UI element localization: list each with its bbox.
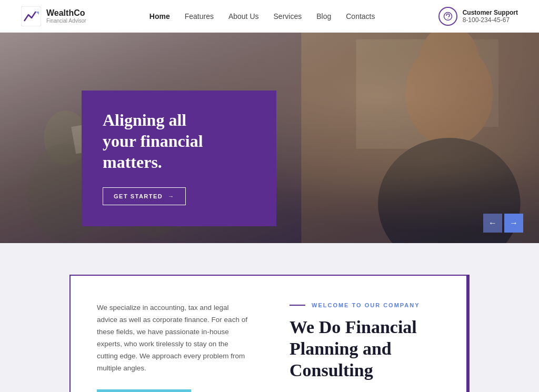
section-heading: We Do Financial Planning and Consulting — [290, 317, 440, 381]
logo-area: WealthCo Financial Advisor — [21, 6, 86, 26]
more-about-us-button[interactable]: MORE ABOUT US → — [97, 389, 191, 392]
company-name: WealthCo — [46, 8, 86, 18]
welcome-text: WELCOME TO OUR COMPANY — [312, 302, 420, 308]
main-nav: Home Features About Us Services Blog Con… — [149, 12, 375, 21]
svg-rect-0 — [21, 6, 41, 26]
below-hero-section: We specialize in accounting, tax and leg… — [0, 243, 539, 392]
logo-text: WealthCo Financial Advisor — [46, 8, 86, 24]
support-label: Customer Support — [463, 9, 518, 16]
support-icon — [438, 7, 457, 26]
hero-section: Aligning all your financial matters. GET… — [0, 33, 539, 243]
hero-card: Aligning all your financial matters. GET… — [82, 91, 276, 226]
next-slide-button[interactable]: → — [504, 214, 523, 233]
welcome-line-decoration — [290, 305, 305, 306]
section-left: We specialize in accounting, tax and leg… — [97, 302, 274, 392]
company-tagline: Financial Advisor — [46, 18, 86, 24]
arrow-right-icon: → — [168, 193, 175, 199]
hero-cta-button[interactable]: GET STARTED → — [103, 187, 186, 205]
nav-item-about[interactable]: About Us — [228, 12, 259, 21]
hero-heading: Aligning all your financial matters. — [103, 109, 255, 173]
support-text: Customer Support 8-100-234-45-67 — [463, 9, 518, 24]
svg-point-3 — [447, 18, 448, 19]
nav-item-blog[interactable]: Blog — [316, 12, 331, 21]
nav-item-features[interactable]: Features — [185, 12, 214, 21]
support-area: Customer Support 8-100-234-45-67 — [438, 7, 518, 26]
support-phone: 8-100-234-45-67 — [463, 16, 518, 24]
company-description: We specialize in accounting, tax and leg… — [97, 302, 247, 375]
welcome-label-row: WELCOME TO OUR COMPANY — [290, 302, 440, 308]
nav-item-home[interactable]: Home — [149, 12, 170, 21]
nav-item-contacts[interactable]: Contacts — [346, 12, 375, 21]
company-info-card: We specialize in accounting, tax and leg… — [69, 275, 470, 392]
slider-arrows: ← → — [483, 214, 523, 233]
header: WealthCo Financial Advisor Home Features… — [0, 0, 539, 33]
nav-item-services[interactable]: Services — [274, 12, 302, 21]
logo-icon — [21, 6, 41, 26]
section-right: WELCOME TO OUR COMPANY We Do Financial P… — [274, 302, 440, 392]
prev-slide-button[interactable]: ← — [483, 214, 502, 233]
